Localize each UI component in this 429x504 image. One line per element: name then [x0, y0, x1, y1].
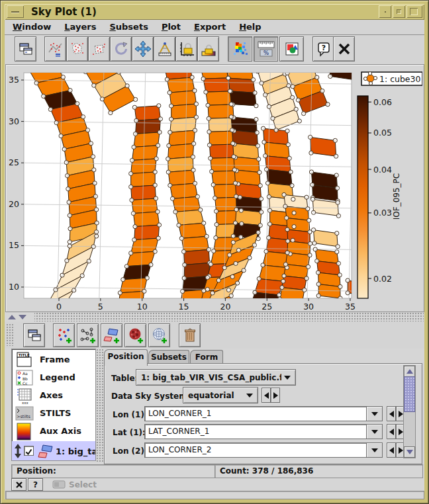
colormap-blob-icon — [232, 40, 249, 58]
svg-text:?: ? — [321, 44, 325, 52]
lon1-drop-button[interactable] — [366, 406, 383, 421]
delete-layer-button[interactable] — [179, 323, 201, 347]
menu-export[interactable]: Export — [189, 20, 231, 32]
svg-text:0.03: 0.03 — [373, 208, 392, 218]
add-pair-layer-button[interactable] — [77, 323, 99, 347]
menu-plot[interactable]: Plot — [156, 20, 186, 32]
lon1-field[interactable]: LON_CORNER_1 — [144, 406, 369, 421]
window-control-button[interactable] — [15, 36, 36, 62]
svg-text:1: cube30: 1: cube30 — [379, 74, 421, 84]
layer-item-big-tab[interactable]: 1: big_tab — [12, 441, 95, 461]
lon2-drop-button[interactable] — [366, 442, 383, 458]
sky-system-next-button[interactable] — [271, 388, 280, 403]
frame-icon: TITLE — [15, 351, 34, 368]
menu-window[interactable]: Window — [7, 20, 56, 32]
x-icon — [15, 481, 23, 489]
menu-bar: WindowLayersSubsetsPlotExportHelp — [5, 20, 424, 35]
add-healpix-layer-button[interactable] — [124, 323, 146, 347]
layer-item-stilts[interactable]: >stilts STILTS — [12, 404, 95, 422]
menu-subsets[interactable]: Subsets — [104, 20, 153, 32]
add-quad-layer-button[interactable] — [101, 323, 122, 347]
chevron-down-icon — [371, 448, 378, 452]
window-menu-button[interactable] — [7, 5, 24, 18]
splitter-collapse-down-icon[interactable] — [19, 315, 26, 319]
lat1-drop-button[interactable] — [366, 424, 383, 439]
add-skygrid-layer-button[interactable] — [148, 323, 170, 347]
panel-splitter[interactable] — [96, 349, 103, 463]
window-titlebar[interactable]: Sky Plot (1) — [5, 4, 424, 20]
help-button[interactable]: ? — [312, 36, 334, 62]
plot-splitter[interactable] — [5, 313, 424, 321]
layer-item-aux-axis[interactable]: Aux Axis — [12, 422, 95, 440]
table-combobox[interactable]: 1: big_tab_VIR_VIS_CSA_public.fits — [136, 369, 296, 386]
sky-system-prev-button[interactable] — [262, 388, 271, 403]
windows-icon — [18, 41, 34, 57]
add-position-layer-button[interactable] — [53, 323, 75, 347]
sky-system-combobox[interactable]: equatorial — [183, 387, 258, 403]
right-arrow-icon — [273, 392, 278, 399]
chevron-down-icon — [246, 394, 253, 398]
blob-subset-button[interactable] — [66, 36, 88, 62]
lon2-field[interactable]: LON_CORNER_2 — [144, 442, 369, 458]
check-icon — [24, 448, 33, 456]
menu-help[interactable]: Help — [234, 20, 266, 32]
close-button[interactable] — [333, 36, 355, 62]
quad-shapes-icon — [103, 327, 120, 344]
svg-text:Aa: Aa — [23, 371, 28, 376]
lat1-prev-button[interactable] — [387, 424, 396, 439]
axis-lock-button[interactable] — [175, 36, 197, 62]
layers-toolbar — [5, 321, 424, 349]
measure-button[interactable] — [154, 36, 175, 62]
window-menu-dash-icon — [11, 11, 19, 13]
square-subset-button[interactable] — [88, 36, 110, 62]
rerange-button[interactable] — [44, 36, 66, 62]
sky-plot-window: Sky Plot (1) WindowLayersSubsetsPlotExpo… — [0, 0, 429, 504]
tab-position[interactable]: Position — [104, 349, 148, 366]
reorder-arrows-icon — [14, 443, 22, 459]
windows-icon — [26, 327, 42, 343]
sky-plot-canvas[interactable]: 051015202530353530252015100.060.050.040.… — [6, 65, 422, 310]
maximize-icon — [410, 8, 418, 15]
scroll-down-button[interactable] — [404, 446, 415, 458]
toolbar-grip[interactable] — [6, 323, 15, 346]
scroll-up-button[interactable] — [404, 366, 415, 377]
left-arrow-icon — [389, 447, 394, 454]
scrollbar-thumb[interactable] — [404, 376, 415, 412]
lon1-prev-button[interactable] — [387, 406, 396, 421]
healpix-sphere-icon — [127, 327, 144, 344]
svg-text:0: 0 — [56, 302, 62, 310]
blob-subset-icon — [70, 41, 85, 57]
axis-lock-icon — [179, 41, 195, 57]
layer-visible-checkbox[interactable] — [24, 446, 34, 456]
lat1-field[interactable]: LAT_CORNER_1 — [144, 424, 369, 439]
footer-help-button[interactable]: ? — [28, 478, 43, 491]
layer-control-window-button[interactable] — [23, 323, 45, 347]
layer-item-frame[interactable]: TITLE Frame — [12, 351, 95, 368]
menu-layers[interactable]: Layers — [59, 20, 101, 32]
lon2-prev-button[interactable] — [387, 442, 396, 458]
sketch-scale-button[interactable]: % — [254, 36, 278, 62]
chevron-down-icon — [371, 430, 378, 434]
quad-layer-icon — [37, 442, 54, 460]
aux-colormap-button[interactable] — [228, 36, 252, 62]
percent-glyph: % — [263, 50, 268, 56]
svg-text:15: 15 — [9, 240, 19, 250]
svg-text:15: 15 — [179, 302, 189, 310]
window-minimize-button[interactable] — [393, 5, 405, 18]
table-label: Table: — [111, 374, 138, 383]
svg-text:10: 10 — [9, 282, 19, 292]
splitter-collapse-up-icon[interactable] — [8, 315, 16, 319]
window-maximize-button[interactable] — [406, 5, 422, 18]
main-toolbar: % ? — [5, 35, 424, 64]
layer-item-legend[interactable]: Aa Bb Cc Legend — [12, 368, 95, 386]
replot-button[interactable] — [110, 36, 132, 62]
left-arrow-icon — [389, 429, 394, 435]
export-image-button[interactable] — [279, 36, 304, 62]
pan-button[interactable] — [132, 36, 154, 62]
clear-selection-button[interactable] — [11, 478, 26, 491]
form-scrollbar[interactable] — [403, 365, 416, 458]
layer-item-axes[interactable]: xxx Axes — [12, 386, 95, 404]
right-arrow-icon — [399, 429, 403, 435]
aux-lock-button[interactable] — [197, 36, 219, 62]
window-dot-button[interactable] — [379, 5, 391, 18]
